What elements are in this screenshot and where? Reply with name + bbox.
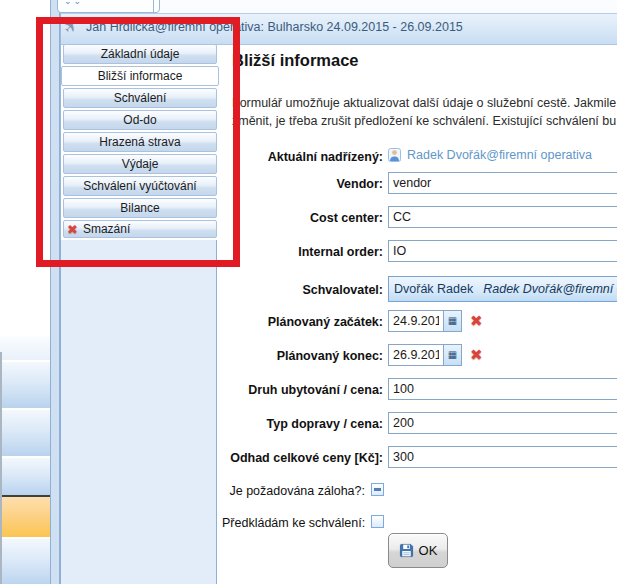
sidebar-item-vydaje[interactable]: Výdaje (63, 154, 217, 174)
clipped-toolbar-widget[interactable]: ⌄⌄ (57, 0, 160, 13)
supervisor-label: Aktuální nadřízený: (222, 150, 383, 164)
calendar-picker-icon[interactable]: ▦ (443, 311, 461, 331)
supervisor-link[interactable]: Radek Dvořák@firemní operativa (407, 148, 592, 162)
indeterminate-mark (374, 488, 381, 491)
calendar-picker-icon[interactable]: ▦ (443, 345, 461, 365)
clear-end-date-icon[interactable]: ✖ (470, 347, 483, 362)
sidebar-item-schvaleni[interactable]: Schválení (63, 88, 217, 108)
transport-input[interactable] (388, 412, 617, 434)
delete-x-icon: ✖ (67, 223, 78, 236)
internal-order-input[interactable] (388, 240, 617, 262)
planned-end-label: Plánovaný konec: (222, 349, 383, 363)
calendar-cell[interactable] (0, 456, 50, 495)
transport-label: Typ dopravy / cena: (222, 417, 383, 431)
accommodation-label: Druh ubytování / cena: (222, 383, 383, 397)
total-cost-label: Odhad celkové ceny [Kč]: (222, 451, 383, 465)
sidebar-tabs: Základní údaje Bližší informace Schválen… (63, 44, 217, 240)
advance-checkbox[interactable] (371, 483, 384, 496)
cost-center-input[interactable] (388, 206, 617, 228)
dialog-title: Jan Hrdlička@firemní operativa: Bulharsk… (86, 20, 463, 34)
chevrons-icon: ⌄⌄ (64, 0, 83, 6)
supervisor-value-row: Radek Dvořák@firemní operativa (388, 148, 592, 162)
description-text: Formulář umožňuje aktualizovat další úda… (232, 94, 617, 130)
submit-approval-checkbox[interactable] (371, 515, 384, 528)
divider (153, 0, 154, 12)
sidebar-panel (60, 240, 217, 584)
calendar-cell[interactable] (0, 537, 50, 584)
sidebar-item-bilance[interactable]: Bilance (63, 198, 217, 218)
approver-detail: Radek Dvořák@firemní operativa (483, 282, 617, 296)
accommodation-input[interactable] (388, 378, 617, 400)
approver-field[interactable]: Dvořák Radek Radek Dvořák@firemní operat… (388, 276, 617, 302)
planned-start-input[interactable] (389, 311, 443, 331)
calendar-cell[interactable] (0, 408, 50, 456)
ok-button-label: OK (419, 543, 438, 558)
clear-start-date-icon[interactable]: ✖ (470, 313, 483, 328)
vendor-label: Vendor: (222, 177, 383, 191)
planned-start-field: ▦ (388, 310, 462, 332)
vertical-splitter (50, 0, 60, 584)
approver-name: Dvořák Radek (394, 282, 473, 296)
sidebar-item-zakladni-udaje[interactable]: Základní údaje (63, 44, 217, 64)
calendar-cell[interactable] (0, 360, 50, 408)
ok-button[interactable]: OK (388, 533, 448, 568)
sidebar-item-od-do[interactable]: Od-do (63, 110, 217, 130)
description-line: změnit, je třeba zrušit předložení ke sc… (232, 112, 617, 130)
planned-end-field: ▦ (388, 344, 462, 366)
advance-label: Je požadována záloha?: (222, 484, 365, 498)
person-icon (388, 148, 401, 162)
calendar-cell[interactable] (0, 334, 50, 360)
sidebar-item-label: Smazání (83, 220, 130, 238)
sidebar-item-smazani[interactable]: ✖ Smazání (63, 220, 217, 238)
approver-label: Schvalovatel: (222, 283, 383, 297)
description-line: Formulář umožňuje aktualizovat další úda… (232, 94, 617, 112)
sidebar-item-hrazena-strava[interactable]: Hrazená strava (63, 132, 217, 152)
planned-start-label: Plánovaný začátek: (222, 315, 383, 329)
calendar-cell-highlighted[interactable] (0, 495, 52, 538)
save-icon (399, 543, 414, 558)
page-title: Bližší informace (232, 51, 359, 70)
planned-end-input[interactable] (389, 345, 443, 365)
submit-approval-label: Předkládám ke schválení: (222, 516, 365, 530)
vendor-input[interactable] (388, 172, 617, 194)
cost-center-label: Cost center: (222, 211, 383, 225)
sidebar-item-schvaleni-vyuctovani[interactable]: Schválení vyúčtování (63, 176, 217, 196)
total-cost-input[interactable] (388, 446, 617, 468)
window-edge (0, 352, 2, 584)
sidebar-item-blizsi-informace[interactable]: Bližší informace (61, 66, 219, 86)
internal-order-label: Internal order: (222, 245, 383, 259)
